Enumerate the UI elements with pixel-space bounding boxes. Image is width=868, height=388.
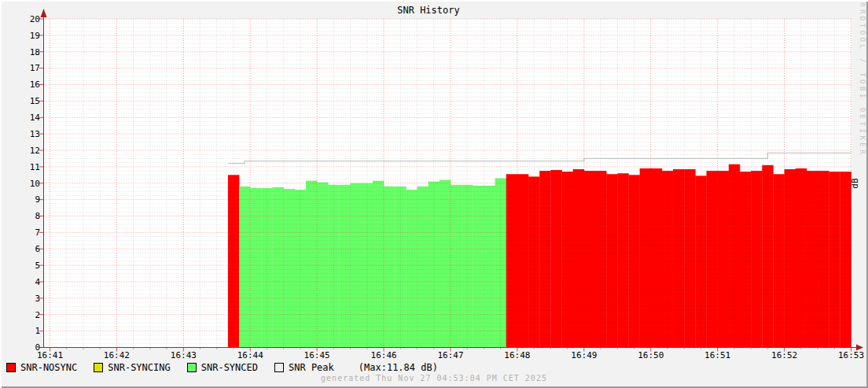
y-tick-label: 9 (35, 194, 40, 205)
snr-history-plot: 0123456789101112131415161718192016:4116:… (0, 0, 868, 388)
legend-item: SNR-SYNCING (94, 362, 170, 373)
bar-nosync (539, 171, 550, 347)
y-tick-label: 4 (35, 277, 40, 287)
bar-nosync (829, 172, 840, 347)
y-tick-label: 7 (35, 227, 40, 238)
y-tick-label: 19 (30, 31, 40, 41)
bar-nosync (773, 174, 784, 347)
bar-nosync (595, 171, 606, 347)
legend-swatch-icon (187, 363, 197, 372)
bar-nosync (762, 165, 773, 348)
bar-nosync (807, 171, 818, 347)
bar-nosync (550, 170, 561, 347)
y-tick-label: 14 (30, 113, 41, 123)
y-tick-label: 12 (30, 146, 40, 156)
bar-nosync (740, 172, 751, 347)
right-axis-unit-label: dB (844, 173, 865, 194)
bar-synced (440, 180, 451, 348)
legend-label: SNR Peak (289, 362, 334, 373)
chart-legend: SNR-NOSYNCSNR-SYNCINGSNR-SYNCEDSNR Peak(… (6, 362, 438, 373)
y-tick-label: 2 (35, 310, 40, 320)
bar-nosync (707, 171, 718, 347)
chart-title: SNR History (0, 5, 857, 16)
y-tick-label: 1 (35, 326, 40, 336)
bar-synced (284, 189, 295, 347)
y-tick-label: 15 (30, 96, 40, 106)
bar-nosync (673, 169, 684, 347)
peak-max-label: (Max:11.84 dB) (359, 362, 438, 373)
rrdtool-watermark: RRDTOOL / TOBI OETIKER (859, 2, 866, 157)
bar-nosync (506, 174, 517, 347)
bar-synced (384, 187, 395, 348)
x-tick-label: 16:44 (237, 350, 263, 360)
legend-item: SNR-NOSYNC (6, 362, 77, 373)
bar-nosync (606, 174, 617, 347)
bar-nosync (785, 169, 796, 347)
y-tick-label: 17 (30, 63, 40, 73)
legend-label: SNR-NOSYNC (20, 362, 77, 373)
y-tick-label: 8 (35, 211, 40, 221)
x-tick-label: 16:51 (704, 350, 730, 360)
bar-synced (406, 190, 417, 347)
bar-nosync (684, 169, 695, 347)
legend-swatch-icon (6, 363, 16, 372)
x-tick-label: 16:46 (371, 350, 397, 360)
x-tick-label: 16:45 (304, 350, 330, 360)
y-tick-label: 3 (35, 294, 40, 304)
bar-nosync (573, 169, 584, 347)
generated-timestamp: generated Thu Nov 27 04:53:04 PM CET 202… (0, 374, 868, 382)
y-tick-label: 5 (35, 261, 40, 271)
x-tick-label: 16:49 (571, 350, 597, 360)
legend-item: SNR Peak (274, 362, 334, 373)
legend-item: SNR-SYNCED (187, 362, 258, 373)
bar-nosync (840, 172, 851, 347)
x-tick-label: 16:43 (171, 350, 197, 360)
bar-synced (417, 187, 428, 348)
x-tick-label: 16:41 (37, 350, 63, 360)
bar-synced (273, 187, 284, 348)
bar-nosync (718, 171, 729, 347)
rrd-graph-image: 0123456789101112131415161718192016:4116:… (0, 0, 868, 388)
bar-nosync (562, 172, 573, 347)
legend-label: SNR-SYNCING (108, 362, 170, 373)
legend-label: SNR-SYNCED (201, 362, 258, 373)
bar-nosync (617, 173, 628, 347)
legend-swatch-icon (94, 363, 103, 372)
legend-swatch-icon (274, 363, 284, 372)
x-tick-label: 16:48 (504, 350, 530, 360)
x-tick-label: 16:50 (638, 350, 664, 360)
x-tick-label: 16:42 (104, 350, 130, 360)
x-tick-label: 16:53 (838, 350, 864, 360)
bar-nosync (818, 171, 829, 347)
bar-nosync (517, 174, 528, 347)
x-tick-label: 16:47 (437, 350, 463, 360)
bar-nosync (751, 171, 762, 347)
y-tick-label: 6 (35, 244, 40, 254)
y-tick-label: 13 (30, 129, 40, 139)
x-tick-label: 16:52 (771, 350, 797, 360)
bar-synced (239, 187, 250, 348)
y-tick-label: 11 (30, 162, 40, 172)
y-tick-label: 10 (30, 179, 40, 189)
bar-nosync (662, 171, 673, 347)
y-tick-label: 18 (30, 47, 40, 57)
bar-nosync (584, 171, 595, 347)
y-tick-label: 16 (30, 79, 40, 90)
